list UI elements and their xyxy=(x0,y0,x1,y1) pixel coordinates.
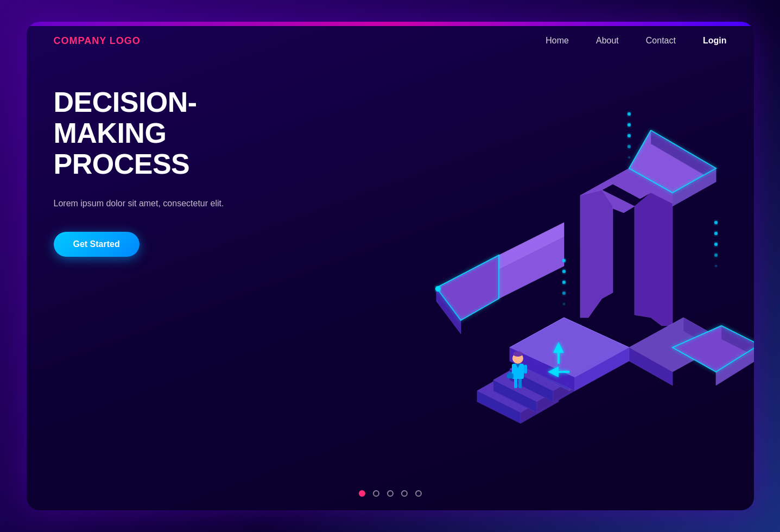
pagination-dot-2[interactable] xyxy=(373,490,379,497)
svg-point-47 xyxy=(714,243,718,246)
svg-rect-56 xyxy=(509,372,512,374)
nav-home[interactable]: Home xyxy=(546,36,569,46)
svg-marker-19 xyxy=(580,190,613,318)
nav-login[interactable]: Login xyxy=(703,36,727,46)
svg-point-39 xyxy=(563,303,565,305)
pagination xyxy=(359,490,422,497)
svg-point-36 xyxy=(562,270,566,273)
hero-description: Lorem ipsum dolor sit amet, consectetur … xyxy=(54,197,227,211)
navbar: COMPANY LOGO Home About Contact Login xyxy=(27,22,754,60)
svg-rect-55 xyxy=(507,373,513,378)
scene-svg xyxy=(293,22,754,489)
svg-point-48 xyxy=(714,254,718,257)
svg-point-40 xyxy=(627,112,631,116)
pagination-dot-1[interactable] xyxy=(359,490,365,497)
svg-point-46 xyxy=(714,232,718,235)
svg-point-44 xyxy=(628,156,630,159)
pagination-dot-3[interactable] xyxy=(387,490,394,497)
svg-point-41 xyxy=(627,123,631,126)
svg-point-37 xyxy=(562,281,566,284)
pagination-dot-4[interactable] xyxy=(401,490,408,497)
illustration xyxy=(293,22,754,489)
nav-about[interactable]: About xyxy=(596,36,619,46)
company-logo: COMPANY LOGO xyxy=(54,35,141,47)
hero-content: DECISION-MAKING PROCESS Lorem ipsum dolo… xyxy=(54,87,282,257)
svg-point-35 xyxy=(562,259,566,262)
svg-point-27 xyxy=(435,286,441,292)
svg-marker-20 xyxy=(635,193,673,326)
hero-title: DECISION-MAKING PROCESS xyxy=(54,87,282,180)
svg-point-38 xyxy=(562,292,566,295)
pagination-dot-5[interactable] xyxy=(415,490,422,497)
svg-rect-57 xyxy=(524,365,527,373)
nav-links: Home About Contact Login xyxy=(546,36,726,46)
main-frame: COMPANY LOGO Home About Contact Login DE… xyxy=(27,22,754,510)
svg-point-42 xyxy=(627,134,631,137)
svg-point-43 xyxy=(627,145,631,148)
nav-contact[interactable]: Contact xyxy=(646,36,676,46)
svg-point-49 xyxy=(715,265,717,267)
svg-point-59 xyxy=(513,351,523,357)
get-started-button[interactable]: Get Started xyxy=(54,232,139,257)
svg-point-45 xyxy=(714,221,718,224)
